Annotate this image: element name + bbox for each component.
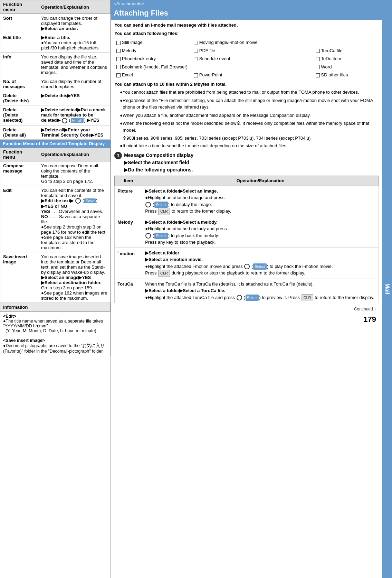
func-sort: Sort bbox=[0, 14, 38, 33]
col-operation-exp: Operation/Explanation bbox=[142, 176, 379, 186]
func-save-insert: Save insertimage bbox=[0, 252, 38, 303]
checkbox-phonebook bbox=[116, 57, 121, 61]
checkbox-moving-image bbox=[194, 41, 198, 45]
op-picture: ▶Select a folder▶Select an image. ●Highl… bbox=[142, 186, 379, 217]
table-row: i motion ▶Select a folder ▶Select an i-m… bbox=[115, 248, 379, 279]
attachments-label: <Attachments> bbox=[111, 0, 382, 7]
circle-icon4 bbox=[145, 233, 151, 239]
op-toruca: When the ToruCa file is a ToruCa file (d… bbox=[142, 279, 379, 303]
op-edit-title: ▶Enter a title. ●You can enter up to 15 … bbox=[38, 33, 111, 53]
col-function-menu: Function menu bbox=[0, 0, 38, 14]
col-function-menu2: Function menu bbox=[0, 148, 38, 161]
select-button3: Select bbox=[253, 263, 267, 270]
continued-label: Continued ↓ bbox=[354, 306, 379, 312]
table-row: Edit You can edit the contents of the te… bbox=[0, 186, 111, 252]
note-models: ※903i series, 904i series, 905i series, … bbox=[114, 135, 379, 142]
item-toruca: ToruCa bbox=[115, 279, 142, 303]
op-motion: ▶Select a folder ▶Select an i-motion mov… bbox=[142, 248, 379, 279]
table-row: Save insertimage You can save images ins… bbox=[0, 252, 111, 303]
table-row: No. ofmessages You can display the numbe… bbox=[0, 77, 111, 91]
step-number-1: 1 bbox=[114, 152, 122, 159]
op-info: You can display the file size, saved dat… bbox=[38, 53, 111, 77]
op-compose: You can compose Deco-mail using the cont… bbox=[38, 161, 111, 186]
intro-line1: You can send an i-mode mail message with… bbox=[114, 22, 379, 29]
op-delete-selected: ▶Delete selected▶Put a check mark for te… bbox=[38, 105, 111, 125]
page-number: 179 bbox=[354, 312, 379, 326]
table-row: ToruCa When the ToruCa file is a ToruCa … bbox=[115, 279, 379, 303]
step1-text: Message Composition display ▶Select the … bbox=[124, 152, 193, 174]
right-main: <Attachments> Attaching Files You can se… bbox=[111, 0, 382, 578]
checkbox-still-image bbox=[116, 41, 121, 45]
bullet1: ●You cannot attach files that are prohib… bbox=[117, 89, 379, 96]
col-operation: Operation/Explanation bbox=[38, 0, 111, 14]
table-row: Delete(Delete this) ▶Delete this▶YES bbox=[0, 91, 111, 105]
checkbox-excel bbox=[116, 73, 121, 77]
checkbox-powerpoint bbox=[194, 73, 198, 77]
table-row: Delete(Delete all) ▶Delete all▶Enter you… bbox=[0, 125, 111, 139]
func-no-messages: No. ofmessages bbox=[0, 77, 38, 91]
func-delete-all: Delete(Delete all) bbox=[0, 125, 38, 139]
item-picture: Picture bbox=[115, 186, 142, 217]
circle-icon6 bbox=[237, 295, 242, 300]
op-no-messages: You can display the number of stored tem… bbox=[38, 77, 111, 91]
col-item: Item bbox=[115, 176, 142, 186]
checkbox-bookmark bbox=[116, 65, 121, 69]
section2-header: Function Menu of the Detailed Template D… bbox=[0, 140, 111, 148]
item-melody: Melody bbox=[115, 217, 142, 248]
circle-icon bbox=[62, 118, 67, 123]
func-edit-title: Edit title bbox=[0, 33, 38, 53]
save-button: Save bbox=[84, 198, 96, 203]
table-row: Melody ▶Select a folder▶Select a melody.… bbox=[115, 217, 379, 248]
table-row: Info You can display the file size, save… bbox=[0, 53, 111, 77]
information-content: <Edit> ●The title name when saved as a s… bbox=[0, 311, 111, 356]
clr-button2: CLR bbox=[158, 270, 170, 277]
bullet5: ●It might take a time to send the i-mode… bbox=[117, 142, 379, 149]
attachments-title: Attaching Files bbox=[111, 7, 382, 20]
checkbox-toruca bbox=[316, 49, 320, 53]
intro-line2: You can attach following files: bbox=[114, 30, 379, 37]
func-compose: Composemessage bbox=[0, 161, 38, 186]
select-button2: Select bbox=[154, 233, 168, 239]
circle-icon3 bbox=[145, 202, 151, 207]
information-header: Information bbox=[0, 303, 111, 311]
select-button4: Select bbox=[246, 295, 259, 301]
func-info: Info bbox=[0, 53, 38, 77]
op-melody: ▶Select a folder▶Select a melody. ●Highl… bbox=[142, 217, 379, 248]
op-edit: You can edit the contents of the templat… bbox=[38, 186, 111, 252]
file-types-table: Still image Moving image/i-motion movie … bbox=[114, 38, 379, 80]
func-edit: Edit bbox=[0, 186, 38, 252]
detailed-template-table: Function menu Operation/Explanation Comp… bbox=[0, 148, 111, 303]
checkbox-word bbox=[316, 65, 320, 69]
clr-button1: CLR bbox=[158, 208, 170, 215]
table-row: Edit title ▶Enter a title. ●You can ente… bbox=[0, 33, 111, 53]
col-operation2: Operation/Explanation bbox=[38, 148, 111, 161]
table-row: Delete(Deleteselected) ▶Delete selected▶… bbox=[0, 105, 111, 125]
table-row: Picture ▶Select a folder▶Select an image… bbox=[115, 186, 379, 217]
op-delete-this: ▶Delete this▶YES bbox=[38, 91, 111, 105]
checkbox-melody bbox=[116, 49, 121, 53]
table-row: Sort You can change the order of display… bbox=[0, 14, 111, 33]
main-function-table: Function menu Operation/Explanation Sort… bbox=[0, 0, 111, 140]
right-content: You can send an i-mode mail message with… bbox=[111, 20, 382, 328]
limit-note: You can attach up to 10 files within 2 M… bbox=[114, 81, 379, 88]
clr-button3: CLR bbox=[302, 294, 313, 301]
func-delete-selected: Delete(Deleteselected) bbox=[0, 105, 38, 125]
mail-sidebar: Mail bbox=[382, 0, 392, 578]
left-panel: Function menu Operation/Explanation Sort… bbox=[0, 0, 111, 578]
op-sort: You can change the order of displayed te… bbox=[38, 14, 111, 33]
page-footer: Continued ↓ 179 bbox=[114, 306, 379, 326]
op-save-insert: You can save images inserted into the te… bbox=[38, 252, 111, 303]
bullet3: ●When you attach a file, another attachm… bbox=[117, 112, 379, 119]
checkbox-pdf bbox=[194, 49, 198, 53]
checkbox-schedule bbox=[194, 57, 198, 61]
right-wrapper: <Attachments> Attaching Files You can se… bbox=[111, 0, 392, 578]
bullet2: ●Regardless of the "File restriction" se… bbox=[117, 97, 379, 111]
select-button1: Select bbox=[154, 202, 168, 208]
op-delete-all: ▶Delete all▶Enter your Terminal Security… bbox=[38, 125, 111, 139]
item-motion: i motion bbox=[115, 248, 142, 279]
checkbox-sd-other bbox=[316, 73, 320, 77]
circle-icon5 bbox=[244, 264, 250, 269]
finish-button: Finish bbox=[71, 118, 84, 123]
bullet4: ●When the receiving end is not the model… bbox=[117, 120, 379, 133]
checkbox-todo bbox=[316, 57, 320, 61]
